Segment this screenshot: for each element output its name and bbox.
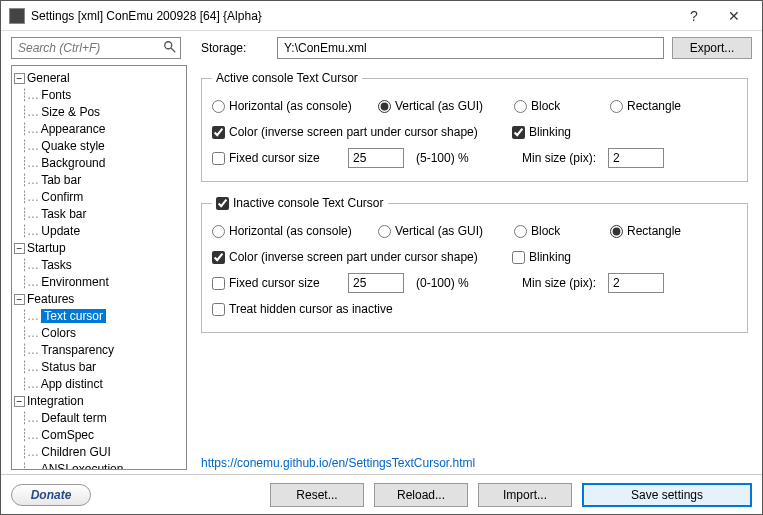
tree-background[interactable]: Background — [41, 156, 105, 170]
collapse-icon[interactable]: − — [14, 243, 25, 254]
inactive-minsize-label: Min size (pix): — [506, 276, 602, 290]
donate-button[interactable]: Donate — [11, 484, 91, 506]
inactive-horiz-radio[interactable]: Horizontal (as console) — [212, 224, 372, 238]
active-block-radio[interactable]: Block — [514, 99, 604, 113]
search-input[interactable] — [11, 37, 181, 59]
tree-ansi[interactable]: ANSI execution — [41, 462, 124, 470]
tree-update[interactable]: Update — [41, 224, 80, 238]
titlebar: Settings [xml] ConEmu 200928 [64] {Alpha… — [1, 1, 762, 31]
export-button[interactable]: Export... — [672, 37, 752, 59]
tree-defaultterm[interactable]: Default term — [41, 411, 106, 425]
tree-appearance[interactable]: Appearance — [41, 122, 106, 136]
inactive-block-radio[interactable]: Block — [514, 224, 604, 238]
tree-taskbar[interactable]: Task bar — [41, 207, 86, 221]
tree-features[interactable]: Features — [27, 292, 74, 306]
active-blinking-check[interactable]: Blinking — [512, 125, 571, 139]
tree-tabbar[interactable]: Tab bar — [41, 173, 81, 187]
collapse-icon[interactable]: − — [14, 73, 25, 84]
tree-general[interactable]: General — [27, 71, 70, 85]
tree-fonts[interactable]: Fonts — [41, 88, 71, 102]
window-title: Settings [xml] ConEmu 200928 [64] {Alpha… — [31, 9, 674, 23]
inactive-fixed-check[interactable]: Fixed cursor size — [212, 276, 342, 290]
active-legend: Active console Text Cursor — [212, 71, 362, 85]
collapse-icon[interactable]: − — [14, 396, 25, 407]
inactive-range-label: (0-100) % — [410, 276, 500, 290]
inactive-minsize-input[interactable] — [608, 273, 664, 293]
storage-input[interactable] — [277, 37, 664, 59]
svg-line-1 — [171, 48, 175, 52]
reload-button[interactable]: Reload... — [374, 483, 468, 507]
tree-appdistinct[interactable]: App distinct — [41, 377, 103, 391]
app-icon — [9, 8, 25, 24]
active-vert-radio[interactable]: Vertical (as GUI) — [378, 99, 508, 113]
tree-sizepos[interactable]: Size & Pos — [41, 105, 100, 119]
help-link[interactable]: https://conemu.github.io/en/SettingsText… — [201, 456, 475, 470]
tree-comspec[interactable]: ComSpec — [41, 428, 94, 442]
svg-point-0 — [165, 42, 172, 49]
tree-transparency[interactable]: Transparency — [41, 343, 114, 357]
tree-integration[interactable]: Integration — [27, 394, 84, 408]
inactive-vert-radio[interactable]: Vertical (as GUI) — [378, 224, 508, 238]
content-pane: Active console Text Cursor Horizontal (a… — [187, 65, 762, 474]
inactive-group: Inactive console Text Cursor Horizontal … — [201, 196, 748, 333]
inactive-treat-check[interactable]: Treat hidden cursor as inactive — [212, 302, 393, 316]
tree-startup[interactable]: Startup — [27, 241, 66, 255]
tree-text-cursor[interactable]: Text cursor — [41, 309, 106, 323]
save-button[interactable]: Save settings — [582, 483, 752, 507]
active-fixed-input[interactable] — [348, 148, 404, 168]
search-wrap — [11, 37, 181, 59]
tree-childrengui[interactable]: Children GUI — [41, 445, 110, 459]
import-button[interactable]: Import... — [478, 483, 572, 507]
tree-environment[interactable]: Environment — [41, 275, 108, 289]
active-range-label: (5-100) % — [410, 151, 500, 165]
active-fixed-check[interactable]: Fixed cursor size — [212, 151, 342, 165]
active-color-check[interactable]: Color (inverse screen part under cursor … — [212, 125, 506, 139]
inactive-color-check[interactable]: Color (inverse screen part under cursor … — [212, 250, 506, 264]
inactive-blinking-check[interactable]: Blinking — [512, 250, 571, 264]
active-minsize-input[interactable] — [608, 148, 664, 168]
tree-statusbar[interactable]: Status bar — [41, 360, 96, 374]
tree-tasks[interactable]: Tasks — [41, 258, 72, 272]
close-button[interactable]: ✕ — [714, 8, 754, 24]
active-minsize-label: Min size (pix): — [506, 151, 602, 165]
tree-confirm[interactable]: Confirm — [41, 190, 83, 204]
collapse-icon[interactable]: − — [14, 294, 25, 305]
tree-quake[interactable]: Quake style — [41, 139, 104, 153]
inactive-fixed-input[interactable] — [348, 273, 404, 293]
reset-button[interactable]: Reset... — [270, 483, 364, 507]
help-button[interactable]: ? — [674, 8, 714, 24]
inactive-enable-check[interactable]: Inactive console Text Cursor — [216, 196, 384, 210]
settings-tree[interactable]: −General ┊… Fonts ┊… Size & Pos ┊… Appea… — [11, 65, 187, 470]
inactive-rect-radio[interactable]: Rectangle — [610, 224, 681, 238]
active-rect-radio[interactable]: Rectangle — [610, 99, 681, 113]
active-horiz-radio[interactable]: Horizontal (as console) — [212, 99, 372, 113]
active-group: Active console Text Cursor Horizontal (a… — [201, 71, 748, 182]
tree-colors[interactable]: Colors — [41, 326, 76, 340]
top-row: Storage: Export... — [1, 31, 762, 65]
footer: Donate Reset... Reload... Import... Save… — [1, 474, 762, 514]
storage-label: Storage: — [189, 41, 269, 55]
search-icon[interactable] — [163, 40, 177, 54]
